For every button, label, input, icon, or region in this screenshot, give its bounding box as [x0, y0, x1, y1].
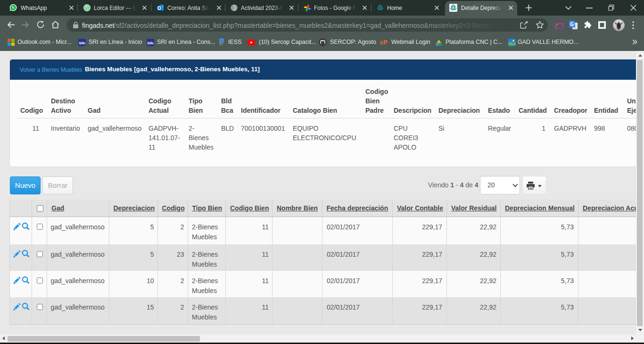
svg-text:G: G	[570, 22, 574, 27]
svg-text:SRı: SRı	[79, 41, 85, 45]
svg-text:SRı: SRı	[147, 41, 153, 45]
svg-text:cP: cP	[380, 39, 388, 46]
